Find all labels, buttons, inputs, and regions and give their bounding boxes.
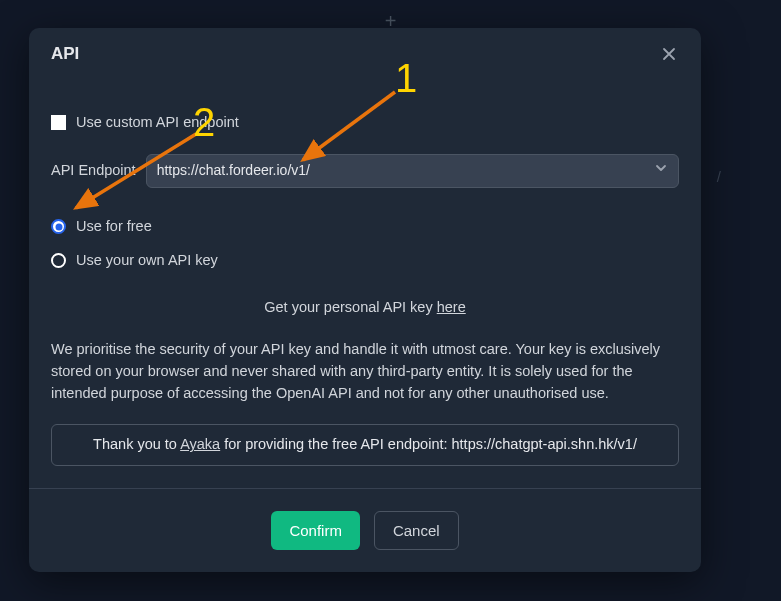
api-endpoint-select[interactable]: https://chat.fordeer.io/v1/ (146, 154, 679, 188)
use-for-free-label: Use for free (76, 216, 152, 238)
confirm-button[interactable]: Confirm (271, 511, 360, 550)
annotation-number-1: 1 (395, 56, 417, 101)
ayaka-link[interactable]: Ayaka (180, 436, 220, 452)
security-description: We prioritise the security of your API k… (51, 339, 679, 404)
chevron-down-icon (654, 160, 668, 181)
api-endpoint-label: API Endpoint (51, 160, 136, 182)
use-custom-endpoint-checkbox[interactable] (51, 115, 66, 130)
get-key-text: Get your personal API key here (51, 297, 679, 319)
use-own-key-radio[interactable] (51, 253, 66, 268)
annotation-number-2: 2 (193, 100, 215, 145)
thanks-box: Thank you to Ayaka for providing the fre… (51, 424, 679, 466)
api-endpoint-value: https://chat.fordeer.io/v1/ (157, 160, 310, 181)
get-key-link[interactable]: here (437, 299, 466, 315)
cancel-button[interactable]: Cancel (374, 511, 459, 550)
use-for-free-radio[interactable] (51, 219, 66, 234)
use-own-key-label: Use your own API key (76, 250, 218, 272)
api-modal: API Use custom API endpoint API Endpoint… (29, 28, 701, 572)
background-fragment: / (717, 168, 721, 185)
modal-title: API (51, 44, 79, 64)
close-icon[interactable] (659, 44, 679, 64)
